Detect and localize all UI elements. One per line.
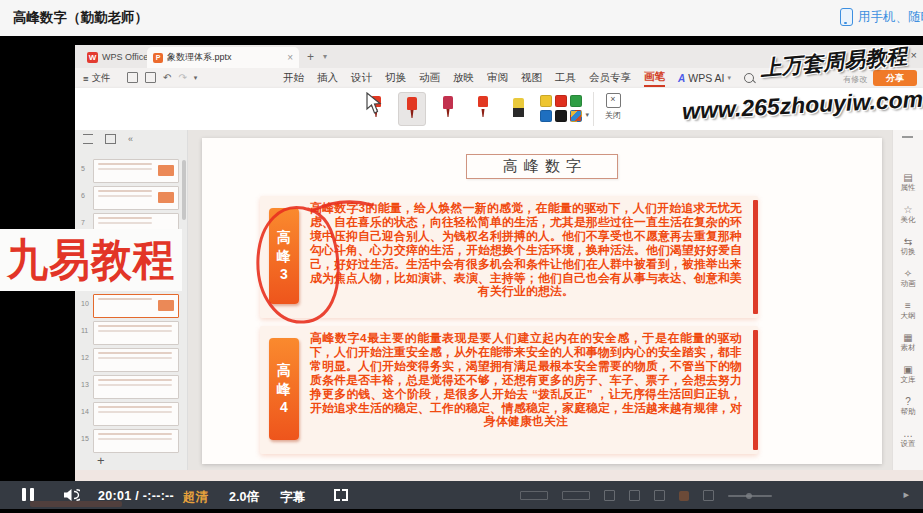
slide-number: 11 bbox=[81, 327, 88, 334]
rail-item-outline[interactable]: ≡大纲 bbox=[893, 300, 923, 320]
share-button[interactable]: 分享 bbox=[873, 70, 917, 86]
document-tab-name: 象数理体系.pptx bbox=[167, 51, 283, 64]
rail-item-library[interactable]: ▣文库 bbox=[893, 364, 923, 384]
tab-insert[interactable]: 插入 bbox=[317, 71, 338, 85]
slide-view-icon[interactable] bbox=[105, 134, 116, 144]
beautify-icon: ☆ bbox=[893, 204, 923, 215]
eraser-button[interactable] bbox=[505, 92, 531, 124]
tab-animation[interactable]: 动画 bbox=[419, 71, 440, 85]
thumbnail-card bbox=[93, 294, 179, 318]
fullscreen-button[interactable] bbox=[334, 489, 348, 501]
ribbon-tabs: 开始 插入 设计 切换 动画 放映 审阅 视图 工具 会员专享 画笔 A WPS… bbox=[283, 68, 754, 88]
slide-number: 13 bbox=[81, 381, 89, 388]
tab-transition[interactable]: 切换 bbox=[385, 71, 406, 85]
thumbnail-slide-10-selected[interactable]: 10 bbox=[79, 293, 183, 317]
thumbnail-card bbox=[93, 402, 179, 426]
wps-ai-button[interactable]: A WPS AI ▾ bbox=[678, 72, 731, 84]
marker-pen-2-button-selected[interactable] bbox=[398, 92, 426, 126]
color-swatch-yellow[interactable] bbox=[540, 95, 552, 107]
modified-badge: 有修改 bbox=[843, 74, 867, 85]
thumbnail-card bbox=[93, 348, 179, 372]
slide-number: 12 bbox=[81, 354, 89, 361]
wps-home-tab[interactable]: W WPS Office bbox=[81, 48, 154, 66]
tab-member[interactable]: 会员专享 bbox=[589, 71, 631, 85]
new-tab-button[interactable]: + bbox=[307, 50, 314, 64]
redo-icon[interactable]: ↷ bbox=[178, 72, 186, 83]
tab-review[interactable]: 审阅 bbox=[487, 71, 508, 85]
help-icon: ? bbox=[893, 396, 923, 407]
color-swatch-more[interactable] bbox=[570, 110, 582, 122]
thumbnail-card bbox=[93, 321, 179, 345]
tab-view[interactable]: 视图 bbox=[521, 71, 542, 85]
ppt-file-icon: P bbox=[153, 53, 163, 63]
thumbnail-slide-14[interactable]: 14 bbox=[79, 401, 183, 425]
marker-pen-4-button[interactable] bbox=[470, 92, 496, 124]
rail-collapse-icon[interactable] bbox=[902, 136, 913, 138]
tab-start[interactable]: 开始 bbox=[283, 71, 304, 85]
file-menu[interactable]: ≡ 文件 bbox=[83, 72, 111, 85]
speed-button[interactable]: 2.0倍 bbox=[229, 489, 259, 506]
rail-item-transition[interactable]: ⇆切换 bbox=[893, 236, 923, 256]
expand-arrow-icon[interactable]: ▸ bbox=[903, 488, 909, 501]
rail-item-animation[interactable]: ✧动画 bbox=[893, 268, 923, 288]
close-pen-mode-button[interactable]: × 关闭 bbox=[605, 93, 621, 121]
add-slide-button[interactable]: + bbox=[97, 453, 105, 468]
rail-item-assets[interactable]: ▦素材 bbox=[893, 332, 923, 352]
tab-design[interactable]: 设计 bbox=[351, 71, 372, 85]
player-controls: 20:01 / -:--:-- 超清 2.0倍 字幕 ▸ bbox=[0, 481, 923, 509]
thumbnail-card bbox=[93, 429, 179, 453]
thumbnail-slide-11[interactable]: 11 bbox=[79, 320, 183, 344]
color-swatch-green[interactable] bbox=[570, 95, 582, 107]
pause-button[interactable] bbox=[22, 488, 34, 501]
print-icon[interactable] bbox=[145, 72, 156, 83]
wps-ai-icon: A bbox=[678, 73, 685, 84]
rail-item-beautify[interactable]: ☆美化 bbox=[893, 204, 923, 224]
thumbnail-slide-6[interactable]: 6 bbox=[79, 185, 183, 209]
slide-number: 15 bbox=[81, 435, 89, 442]
save-icon[interactable] bbox=[127, 72, 138, 83]
wps-brand-label: WPS Office bbox=[102, 52, 148, 62]
mouse-cursor-icon bbox=[366, 92, 384, 114]
tab-list-caret-icon[interactable]: ▾ bbox=[323, 52, 327, 61]
more-caret-icon[interactable]: ▾ bbox=[194, 74, 198, 82]
tab-slideshow[interactable]: 放映 bbox=[453, 71, 474, 85]
ai-caret-icon: ▾ bbox=[727, 74, 731, 82]
thumbnail-card bbox=[93, 375, 179, 399]
file-menu-label: 文件 bbox=[92, 72, 111, 85]
panel-scrollbar[interactable] bbox=[182, 160, 186, 220]
thumbnail-slide-5[interactable]: 5 bbox=[79, 158, 183, 182]
collapse-panel-icon[interactable]: « bbox=[128, 134, 133, 144]
close-pen-icon: × bbox=[606, 93, 621, 108]
volume-button[interactable] bbox=[63, 488, 80, 502]
close-window-button[interactable]: × bbox=[911, 49, 917, 61]
document-tab[interactable]: P 象数理体系.pptx × bbox=[147, 47, 299, 68]
page-title: 高峰数字（勤勤老师） bbox=[13, 9, 148, 27]
quality-button[interactable]: 超清 bbox=[183, 489, 208, 506]
properties-icon: ▤ bbox=[893, 172, 923, 183]
slide-number: 7 bbox=[81, 219, 85, 226]
wps-statusbar bbox=[75, 470, 923, 481]
search-icon[interactable] bbox=[744, 73, 754, 83]
tab-pen-active[interactable]: 画笔 bbox=[644, 70, 665, 87]
marker-pen-icon bbox=[442, 96, 454, 120]
marker-pen-3-button[interactable] bbox=[435, 92, 461, 124]
peak-4-label: 高 峰 4 bbox=[269, 338, 299, 440]
rail-item-settings[interactable]: …设置 bbox=[893, 428, 923, 448]
thumbnail-slide-12[interactable]: 12 bbox=[79, 347, 183, 371]
tab-close-icon[interactable]: × bbox=[287, 52, 293, 63]
color-swatch-blue[interactable] bbox=[540, 110, 552, 122]
transition-icon: ⇆ bbox=[893, 236, 923, 247]
library-icon: ▣ bbox=[893, 364, 923, 375]
rail-item-properties[interactable]: ▤属性 bbox=[893, 172, 923, 192]
undo-icon[interactable]: ↶ bbox=[163, 72, 171, 83]
mobile-link[interactable]: 用手机、随时 bbox=[840, 8, 923, 26]
outline-view-icon[interactable] bbox=[83, 134, 93, 144]
thumbnail-slide-15[interactable]: 15 bbox=[79, 428, 183, 452]
subtitle-button[interactable]: 字幕 bbox=[280, 489, 305, 506]
rail-item-help[interactable]: ?帮助 bbox=[893, 396, 923, 416]
tab-tools[interactable]: 工具 bbox=[555, 71, 576, 85]
color-swatch-red[interactable] bbox=[555, 95, 567, 107]
color-swatch-black[interactable] bbox=[555, 110, 567, 122]
slide-number: 14 bbox=[81, 408, 89, 415]
thumbnail-slide-13[interactable]: 13 bbox=[79, 374, 183, 398]
